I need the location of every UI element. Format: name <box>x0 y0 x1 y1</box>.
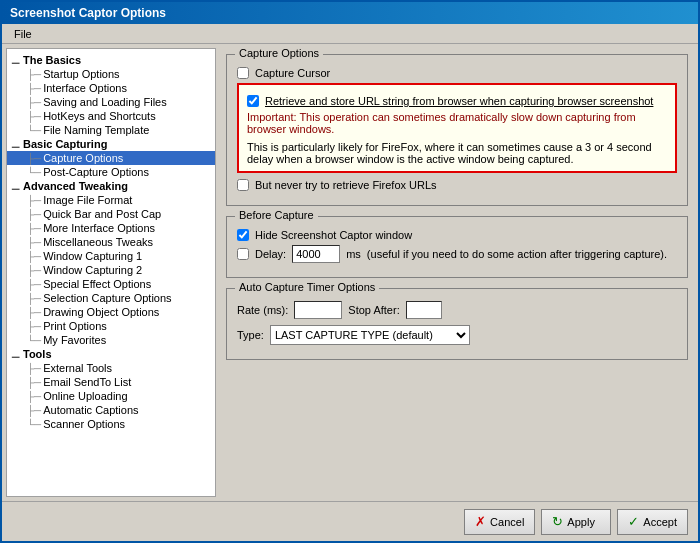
sidebar-item-saving-loading[interactable]: ├─ Saving and Loading Files <box>7 95 215 109</box>
connector-icon: ├─ <box>27 293 41 304</box>
delay-label[interactable]: Delay: <box>255 248 286 260</box>
sidebar-item-external-tools[interactable]: ├─ External Tools <box>7 361 215 375</box>
retrieve-url-info: This is particularly likely for FireFox,… <box>247 141 667 165</box>
delay-row: Delay: 4000 ms (useful if you need to do… <box>237 245 677 263</box>
stop-input[interactable]: 10 <box>406 301 442 319</box>
connector-icon: ├─ <box>27 97 41 108</box>
delay-checkbox[interactable] <box>237 248 249 260</box>
accept-label: Accept <box>643 516 677 528</box>
delay-unit: ms <box>346 248 361 260</box>
expand-icon: ⚊ <box>11 55 20 66</box>
sidebar-item-interface-options[interactable]: ├─ Interface Options <box>7 81 215 95</box>
cancel-label: Cancel <box>490 516 524 528</box>
connector-icon: ├─ <box>27 209 41 220</box>
retrieve-url-warning: Important: This operation can sometimes … <box>247 111 667 135</box>
connector-icon: └─ <box>27 167 41 178</box>
bottom-bar: ✗ Cancel ↻ Apply ✓ Accept <box>2 501 698 541</box>
sidebar-item-window-cap-2[interactable]: ├─ Window Capturing 2 <box>7 263 215 277</box>
firefox-label[interactable]: But never try to retrieve Firefox URLs <box>255 179 437 191</box>
expand-icon: ⚊ <box>11 349 20 360</box>
before-capture-group: Before Capture Hide Screenshot Captor wi… <box>226 216 688 278</box>
connector-icon: └─ <box>27 419 41 430</box>
delay-hint: (useful if you need to do some action af… <box>367 248 667 260</box>
sidebar: ⚊ The Basics ├─ Startup Options ├─ Inter… <box>6 48 216 497</box>
auto-capture-group: Auto Capture Timer Options Rate (ms): 40… <box>226 288 688 360</box>
sidebar-item-online-uploading[interactable]: ├─ Online Uploading <box>7 389 215 403</box>
connector-icon: ├─ <box>27 83 41 94</box>
connector-icon: ├─ <box>27 195 41 206</box>
sidebar-item-misc-tweaks[interactable]: ├─ Miscellaneous Tweaks <box>7 235 215 249</box>
menu-bar: File <box>2 24 698 44</box>
connector-icon: ├─ <box>27 237 41 248</box>
accept-button[interactable]: ✓ Accept <box>617 509 688 535</box>
window-title: Screenshot Captor Options <box>10 6 166 20</box>
connector-icon: ├─ <box>27 223 41 234</box>
sidebar-item-startup-options[interactable]: ├─ Startup Options <box>7 67 215 81</box>
sidebar-section-basic-capturing[interactable]: ⚊ Basic Capturing <box>7 137 215 151</box>
sidebar-item-quick-bar[interactable]: ├─ Quick Bar and Post Cap <box>7 207 215 221</box>
capture-cursor-label[interactable]: Capture Cursor <box>255 67 330 79</box>
hide-window-row: Hide Screenshot Captor window <box>237 229 677 241</box>
cancel-icon: ✗ <box>475 514 486 529</box>
rate-input[interactable]: 4000 <box>294 301 342 319</box>
connector-icon: ├─ <box>27 265 41 276</box>
sidebar-item-capture-options[interactable]: ├─ Capture Options <box>7 151 215 165</box>
sidebar-item-image-format[interactable]: ├─ Image File Format <box>7 193 215 207</box>
sidebar-section-advanced-tweaking[interactable]: ⚊ Advanced Tweaking <box>7 179 215 193</box>
cancel-button[interactable]: ✗ Cancel <box>464 509 535 535</box>
connector-icon: ├─ <box>27 251 41 262</box>
sidebar-item-drawing-objects[interactable]: ├─ Drawing Object Options <box>7 305 215 319</box>
type-select[interactable]: LAST CAPTURE TYPE (default) Window Regio… <box>270 325 470 345</box>
capture-options-group: Capture Options Capture Cursor Retrieve … <box>226 54 688 206</box>
auto-capture-label: Auto Capture Timer Options <box>235 281 379 293</box>
connector-icon: ├─ <box>27 377 41 388</box>
connector-icon: ├─ <box>27 111 41 122</box>
firefox-checkbox[interactable] <box>237 179 249 191</box>
connector-icon: ├─ <box>27 321 41 332</box>
retrieve-url-label[interactable]: Retrieve and store URL string from brows… <box>265 95 653 107</box>
sidebar-item-file-naming[interactable]: └─ File Naming Template <box>7 123 215 137</box>
accept-icon: ✓ <box>628 514 639 529</box>
sidebar-item-auto-captions[interactable]: ├─ Automatic Captions <box>7 403 215 417</box>
sidebar-item-more-interface[interactable]: ├─ More Interface Options <box>7 221 215 235</box>
apply-button[interactable]: ↻ Apply <box>541 509 611 535</box>
sidebar-item-selection-capture[interactable]: ├─ Selection Capture Options <box>7 291 215 305</box>
sidebar-section-tools[interactable]: ⚊ Tools <box>7 347 215 361</box>
type-label: Type: <box>237 329 264 341</box>
sidebar-item-special-effects[interactable]: ├─ Special Effect Options <box>7 277 215 291</box>
connector-icon: ├─ <box>27 279 41 290</box>
hide-window-checkbox[interactable] <box>237 229 249 241</box>
expand-icon: ⚊ <box>11 139 20 150</box>
capture-options-label: Capture Options <box>235 48 323 59</box>
content-area: ⚊ The Basics ├─ Startup Options ├─ Inter… <box>2 44 698 501</box>
connector-icon: └─ <box>27 335 41 346</box>
connector-icon: ├─ <box>27 391 41 402</box>
sidebar-item-window-cap-1[interactable]: ├─ Window Capturing 1 <box>7 249 215 263</box>
sidebar-item-post-capture[interactable]: └─ Post-Capture Options <box>7 165 215 179</box>
connector-icon: ├─ <box>27 363 41 374</box>
sidebar-section-the-basics[interactable]: ⚊ The Basics <box>7 53 215 67</box>
sidebar-item-email-sendto[interactable]: ├─ Email SendTo List <box>7 375 215 389</box>
capture-cursor-row: Capture Cursor <box>237 67 677 79</box>
delay-input[interactable]: 4000 <box>292 245 340 263</box>
rate-label: Rate (ms): <box>237 304 288 316</box>
menu-file[interactable]: File <box>8 26 38 42</box>
sidebar-item-scanner-options[interactable]: └─ Scanner Options <box>7 417 215 431</box>
sidebar-item-my-favorites[interactable]: └─ My Favorites <box>7 333 215 347</box>
hide-window-label[interactable]: Hide Screenshot Captor window <box>255 229 412 241</box>
retrieve-url-wrap: Retrieve and store URL string from brows… <box>237 83 677 173</box>
connector-icon: ├─ <box>27 153 41 164</box>
title-bar: Screenshot Captor Options <box>2 2 698 24</box>
apply-label: Apply <box>567 516 595 528</box>
capture-cursor-checkbox[interactable] <box>237 67 249 79</box>
retrieve-url-row: Retrieve and store URL string from brows… <box>247 95 667 107</box>
firefox-row: But never try to retrieve Firefox URLs <box>237 179 677 191</box>
main-window: Screenshot Captor Options File ⚊ The Bas… <box>0 0 700 543</box>
sidebar-item-hotkeys[interactable]: ├─ HotKeys and Shortcuts <box>7 109 215 123</box>
connector-icon: ├─ <box>27 69 41 80</box>
connector-icon: ├─ <box>27 405 41 416</box>
sidebar-item-print-options[interactable]: ├─ Print Options <box>7 319 215 333</box>
retrieve-url-checkbox[interactable] <box>247 95 259 107</box>
expand-icon: ⚊ <box>11 181 20 192</box>
retrieve-url-highlight-box: Retrieve and store URL string from brows… <box>237 83 677 173</box>
